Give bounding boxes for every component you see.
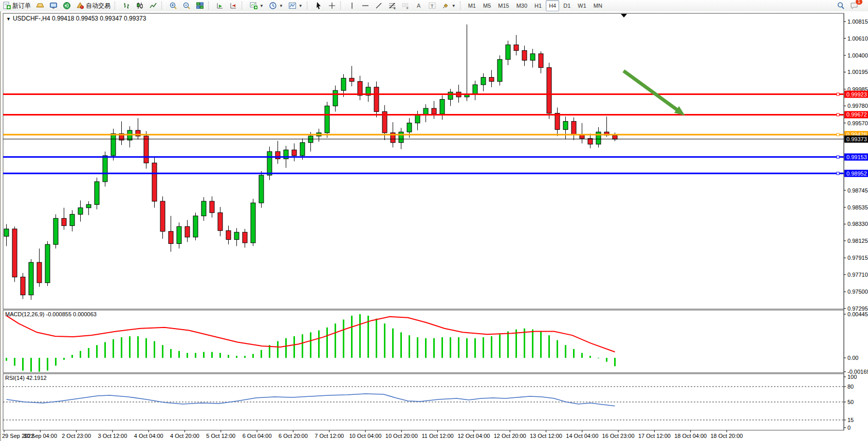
chat-button[interactable]: 1 xyxy=(847,0,861,11)
hline-handle[interactable] xyxy=(837,133,839,136)
hline-handle[interactable] xyxy=(837,113,839,116)
signal-button[interactable] xyxy=(60,0,73,11)
bar-chart-button[interactable] xyxy=(120,0,133,11)
candle xyxy=(111,133,116,156)
line-chart-button[interactable] xyxy=(146,0,160,11)
gold-button[interactable] xyxy=(33,0,47,11)
macd-bar xyxy=(261,350,262,358)
search-button[interactable] xyxy=(834,0,847,11)
macd-bar xyxy=(335,323,336,358)
tf-button-w1[interactable]: W1 xyxy=(575,0,589,11)
rsi-axis-tick: 0 xyxy=(847,425,851,431)
time-axis-label: 6 Oct 20:00 xyxy=(279,433,308,439)
candle xyxy=(21,277,25,295)
zoom-out-icon xyxy=(182,2,191,10)
hline-handle[interactable] xyxy=(837,156,839,158)
candle xyxy=(29,262,33,295)
chevron-down-icon: ▼ xyxy=(260,4,264,8)
chevron-down-icon: ▼ xyxy=(299,4,303,8)
candle xyxy=(596,132,601,144)
candle xyxy=(555,113,560,130)
tf-button-h4[interactable]: H4 xyxy=(546,0,559,11)
price-axis-tick: 1.00610 xyxy=(847,35,868,42)
tf-button-h1[interactable]: H1 xyxy=(531,0,545,11)
macd-bar xyxy=(425,338,427,358)
new-order-button[interactable]: 新订单 xyxy=(0,0,33,11)
hline-handle[interactable] xyxy=(837,93,839,95)
chart-shift-button[interactable] xyxy=(227,0,240,11)
candle xyxy=(144,136,149,163)
tf-button-m1[interactable]: M1 xyxy=(465,0,479,11)
time-axis-label: 18 Oct 20:00 xyxy=(711,433,743,439)
zoom-out-button[interactable] xyxy=(180,0,193,11)
chevron-down-icon: ▼ xyxy=(452,4,456,8)
tf-button-m15[interactable]: M15 xyxy=(495,0,512,11)
cursor-tool-button[interactable] xyxy=(312,0,325,11)
macd-bar xyxy=(71,355,73,358)
macd-bar xyxy=(589,356,591,358)
price-axis-tick: 0.98535 xyxy=(847,204,868,210)
toolbar-separator xyxy=(340,2,344,10)
macd-bar xyxy=(154,341,155,358)
channel-tool-button[interactable]: F xyxy=(399,0,412,11)
tf-button-mn[interactable]: MN xyxy=(590,0,605,11)
horizontal-line-tool-button[interactable] xyxy=(359,0,372,11)
time-axis-label: 10 Oct 04:00 xyxy=(349,433,382,439)
macd-bar xyxy=(187,353,188,358)
candle xyxy=(169,232,173,244)
candle xyxy=(70,214,75,225)
candle xyxy=(275,151,280,159)
text-tool-button[interactable]: A xyxy=(412,0,426,11)
time-axis-label: 3 Oct 12:00 xyxy=(98,433,127,439)
price-pane[interactable] xyxy=(3,13,844,309)
line-chart-icon xyxy=(149,2,157,10)
text-label-tool-button[interactable]: T xyxy=(426,0,439,11)
rsi-axis-tick: 100 xyxy=(847,374,857,380)
toolbar-separator xyxy=(115,2,118,10)
macd-bar xyxy=(474,338,476,358)
macd-bar xyxy=(228,355,229,358)
tf-button-d1[interactable]: D1 xyxy=(560,0,574,11)
time-axis-label: 17 Oct 12:00 xyxy=(638,433,671,439)
candle xyxy=(78,208,83,215)
chart-window[interactable]: 1.008151.006101.004001.001950.999850.997… xyxy=(0,11,868,441)
candle xyxy=(407,123,412,132)
macd-bar xyxy=(170,349,172,358)
macd-bar xyxy=(598,358,599,358)
candle xyxy=(563,121,568,129)
toolbar-separator xyxy=(307,2,310,10)
candle xyxy=(341,78,346,90)
price-axis-tick: 0.97500 xyxy=(847,289,868,295)
arrows-tool-button[interactable]: ▼ xyxy=(439,0,458,11)
new-order-label: 新订单 xyxy=(12,2,31,10)
price-axis-tick: 0.97710 xyxy=(847,272,868,278)
time-axis-label: 10 Oct 20:00 xyxy=(385,433,418,439)
vertical-line-tool-button[interactable] xyxy=(345,0,359,11)
terminal-button[interactable] xyxy=(47,0,60,11)
new-chart-button[interactable]: ▼ xyxy=(247,0,266,11)
toolbar-separator xyxy=(242,2,245,10)
hline-handle[interactable] xyxy=(837,172,839,175)
chart-canvas[interactable]: 1.008151.006101.004001.001950.999850.997… xyxy=(1,11,868,441)
crosshair-tool-button[interactable] xyxy=(325,0,339,11)
tile-windows-button[interactable] xyxy=(193,0,207,11)
tf-button-m5[interactable]: M5 xyxy=(480,0,494,11)
trendline-tool-button[interactable] xyxy=(372,0,385,11)
auto-scroll-button[interactable] xyxy=(213,0,227,11)
candle xyxy=(588,139,593,144)
candlestick-chart-button[interactable] xyxy=(133,0,146,11)
tf-button-m30[interactable]: M30 xyxy=(513,0,530,11)
macd-bar xyxy=(219,353,221,358)
price-tag-text: 0.99672 xyxy=(846,111,867,118)
time-axis-label: 13 Oct 12:00 xyxy=(530,433,562,439)
toolbar-separator xyxy=(208,2,212,10)
main-toolbar: 新订单 自动交易 ▼ ▼ xyxy=(0,0,868,12)
template-button[interactable]: ▼ xyxy=(286,0,305,11)
toolbar-separator xyxy=(460,2,464,10)
period-button[interactable]: ▼ xyxy=(266,0,286,11)
autotrading-button[interactable]: 自动交易 xyxy=(73,0,113,11)
price-axis-tick: 0.99780 xyxy=(847,103,868,109)
candle xyxy=(177,226,181,243)
zoom-in-button[interactable] xyxy=(167,0,180,11)
fibonacci-tool-button[interactable]: E xyxy=(385,0,399,11)
